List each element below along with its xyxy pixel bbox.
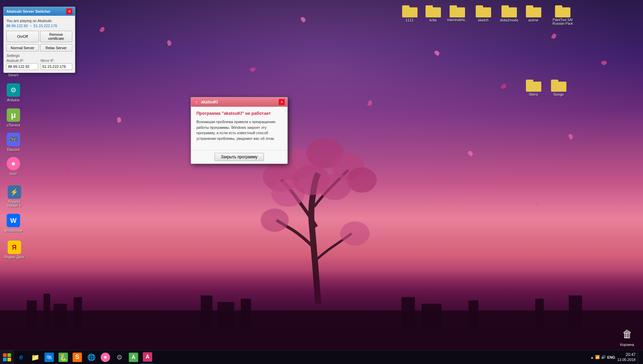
- error-title-text: akatsuKI: [201, 100, 218, 104]
- svg-rect-37: [526, 82, 541, 92]
- settings-section-label: Settings: [6, 54, 72, 58]
- error-titlebar: ! akatsuKI ✕: [191, 97, 287, 107]
- switcher-status-line2: 88.99.122.92 → 51.15.222.176: [6, 24, 57, 28]
- utorrent-icon: μ: [7, 108, 20, 122]
- arduino-label: Arduino: [7, 98, 20, 102]
- svg-rect-28: [450, 5, 457, 9]
- sublime-icon: S: [73, 353, 82, 362]
- desktop-icon-painttoolsai[interactable]: PaintTool SAI Russian Pack: [548, 3, 578, 27]
- server-select-buttons: Normal Server Relax Server: [6, 44, 72, 52]
- server-switcher-title: Akatsuki Server Switcher: [6, 9, 51, 13]
- error-title-left: ! akatsuKI: [194, 99, 218, 105]
- switcher-action-buttons: On/Off Remove certificate: [6, 31, 72, 42]
- svg-rect-20: [468, 300, 478, 327]
- desktop-icon-krita[interactable]: krita: [421, 3, 446, 23]
- svg-rect-25: [426, 7, 441, 17]
- taskbar-akatsuki-button[interactable]: A: [141, 350, 155, 364]
- folder-icon-krita: [425, 4, 442, 18]
- svg-rect-22: [569, 295, 582, 327]
- windscribe-label: Windscribe: [4, 229, 22, 233]
- desktop-icon-recycle[interactable]: 🗑 Корзина: [615, 327, 640, 348]
- unknown-taskbar-icon: A: [129, 353, 138, 362]
- server-switcher-close-button[interactable]: ✕: [66, 8, 72, 14]
- taskbar-osu-button[interactable]: ●: [98, 350, 112, 364]
- desktop-icon-maxres[interactable]: maxresdefа...: [444, 3, 471, 23]
- server-switcher-titlebar: Akatsuki Server Switcher ✕: [4, 7, 75, 16]
- svg-point-8: [261, 208, 289, 232]
- remove-cert-button[interactable]: Remove certificate: [40, 31, 73, 42]
- mirror-ip-input[interactable]: [41, 63, 73, 70]
- desktop-icon-utorrent[interactable]: μ uTorrent: [2, 107, 25, 128]
- desktop-icon-arduino[interactable]: ⚙ Arduino: [2, 82, 25, 103]
- desktop-icon-skins[interactable]: Skins: [521, 77, 546, 98]
- taskbar-clock[interactable]: 20:47 13.05.2018: [617, 352, 636, 362]
- taskbar-chrome-button[interactable]: 🌐: [84, 350, 98, 364]
- city-silhouette: [0, 284, 643, 351]
- tray-arrow[interactable]: ▲: [590, 355, 594, 359]
- svg-point-9: [340, 221, 370, 246]
- taskbar-ie-button[interactable]: e: [14, 350, 28, 364]
- start-button[interactable]: [0, 350, 14, 364]
- onoff-button[interactable]: On/Off: [6, 31, 39, 42]
- svg-rect-40: [551, 80, 558, 83]
- folder-maxres-label: maxresdefа...: [447, 18, 468, 22]
- desktop-icon-discord[interactable]: 🎮 Discord: [2, 131, 25, 153]
- desktop-icon-1111[interactable]: 1111: [397, 3, 422, 23]
- taskbar-greenapp-button[interactable]: 🐍: [56, 350, 70, 364]
- desktop-icon-songs[interactable]: Songs: [546, 77, 571, 98]
- mirror-ip-label: Mirror IP:: [41, 59, 73, 63]
- svg-rect-11: [27, 300, 37, 327]
- svg-rect-35: [555, 7, 570, 17]
- akatsuki-ip-col: Akatsuki IP:: [6, 59, 38, 70]
- svg-rect-38: [526, 80, 533, 83]
- yadisk-icon: Я: [8, 241, 21, 254]
- show-desktop-button[interactable]: [638, 351, 640, 364]
- folder-icon-skins: [525, 78, 542, 92]
- svg-rect-30: [476, 5, 483, 9]
- volume-tray-icon[interactable]: 🔊: [601, 355, 606, 359]
- osu-taskbar-icon: ●: [101, 353, 110, 362]
- desktop-icon-dota2mods[interactable]: dota2mods: [496, 3, 523, 23]
- taskbar-unknown-button[interactable]: A: [126, 350, 141, 364]
- relax-server-button[interactable]: Relax Server: [40, 44, 73, 52]
- taskbar-explorer-button[interactable]: 📁: [28, 350, 42, 364]
- svg-rect-39: [551, 82, 566, 92]
- taskbar-sublime-button[interactable]: S: [70, 350, 84, 364]
- error-dialog: ! akatsuKI ✕ Программа "akatsuKI" не раб…: [191, 97, 288, 164]
- error-close-x-button[interactable]: ✕: [279, 99, 285, 105]
- svg-rect-17: [241, 299, 251, 327]
- normal-server-button[interactable]: Normal Server: [6, 44, 39, 52]
- utorrent-label: uTorrent: [7, 123, 20, 127]
- svg-rect-21: [535, 299, 544, 327]
- taskbar-settings-button[interactable]: ⚙: [112, 350, 126, 364]
- desktop-icon-yadisk[interactable]: Я Яндекс.Диск: [2, 239, 27, 260]
- desktop-icon-windscribe[interactable]: W Windscribe: [2, 212, 25, 234]
- desktop-icon-sketch[interactable]: sketch: [471, 3, 496, 23]
- desktop-icon-anime[interactable]: anime: [521, 3, 546, 23]
- settings-inputs-row: Akatsuki IP: Mirror IP:: [6, 59, 72, 70]
- svg-rect-36: [555, 5, 562, 9]
- svg-rect-31: [501, 7, 517, 17]
- mirror-ip-col: Mirror IP:: [41, 59, 73, 70]
- svg-rect-16: [217, 302, 234, 327]
- error-close-program-button[interactable]: Закрыть программу: [214, 153, 264, 161]
- yadisk-label: Яндекс.Диск: [4, 255, 24, 259]
- desktop-icon-osu[interactable]: ● osu!: [2, 156, 25, 177]
- taskbar-tray: ▲ 📶 🔊 ENG 20:47 13.05.2018: [590, 351, 643, 364]
- akatsuki-ip-input[interactable]: [6, 63, 38, 70]
- folder-icon-anime: [525, 4, 542, 18]
- system-tray-icons: ▲ 📶 🔊 ENG: [590, 355, 615, 359]
- folder-icon-1111: [401, 4, 418, 18]
- folder-skins-label: Skins: [529, 92, 538, 96]
- svg-rect-23: [402, 7, 418, 17]
- folder-sketch-label: sketch: [478, 18, 489, 22]
- discord-label: Discord: [7, 148, 19, 152]
- lang-indicator[interactable]: ENG: [607, 355, 615, 359]
- taskbar-store-button[interactable]: 🛍: [42, 350, 56, 364]
- svg-rect-18: [401, 297, 415, 327]
- desktop-icon-processhacker[interactable]: ⚡ Process Hacker 2: [2, 184, 27, 209]
- taskbar: e 📁 🛍 🐍 S 🌐 ● ⚙ A A ▲: [0, 350, 643, 364]
- svg-rect-34: [526, 5, 533, 9]
- store-icon: 🛍: [44, 353, 54, 362]
- akatsuki-ip-label: Akatsuki IP:: [6, 59, 38, 63]
